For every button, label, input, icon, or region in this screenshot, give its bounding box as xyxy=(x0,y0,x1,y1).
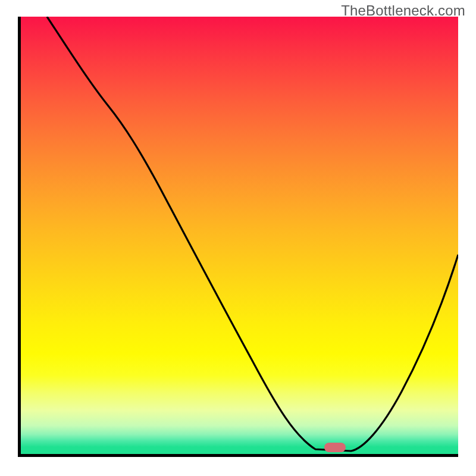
plot-area xyxy=(18,17,458,457)
optimal-marker xyxy=(324,443,346,452)
curve-layer xyxy=(21,17,458,454)
bottleneck-curve-path xyxy=(47,17,458,451)
bottleneck-chart: TheBottleneck.com xyxy=(0,0,476,476)
